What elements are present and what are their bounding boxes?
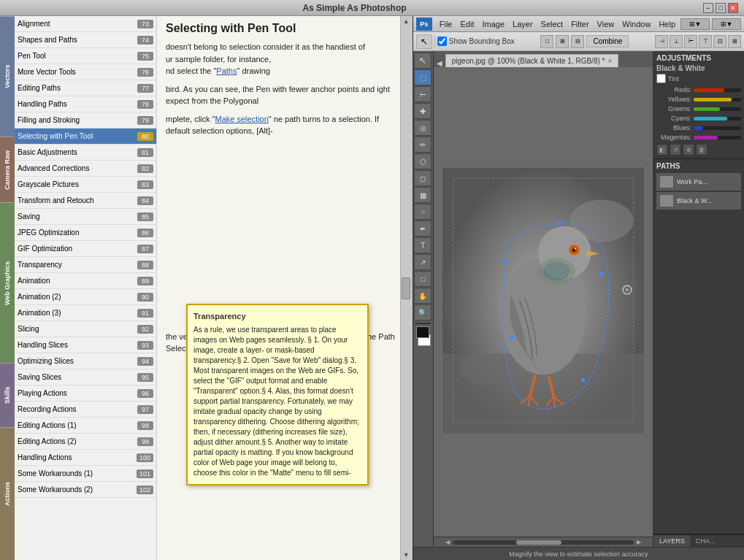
chapter-item[interactable]: JPEG Optimization86 <box>15 225 156 241</box>
chapter-item[interactable]: Advanced Corrections82 <box>15 161 156 177</box>
ps-path-ops-3[interactable]: ⊟ <box>571 35 584 48</box>
chapter-item[interactable]: Filling and Stroking79 <box>15 112 156 129</box>
align-btn-6[interactable]: ⊞ <box>728 35 741 48</box>
chapter-item[interactable]: Some Workarounds (2)102 <box>15 482 156 498</box>
chapter-item[interactable]: Optimizing Slices94 <box>15 353 156 369</box>
show-bounding-box-checkbox[interactable] <box>437 37 447 46</box>
align-btn-1[interactable]: ⊣ <box>655 35 668 48</box>
maximize-button[interactable]: □ <box>716 3 726 13</box>
chapter-item[interactable]: Transparency88 <box>15 257 156 273</box>
tool-measure[interactable]: ✚ <box>414 103 432 119</box>
adj-icon-3[interactable]: ⊕ <box>683 144 694 156</box>
ps-menu-edit[interactable]: Edit <box>456 18 478 30</box>
ps-tab-close[interactable]: × <box>607 57 612 65</box>
tool-fg-color[interactable] <box>416 326 429 338</box>
tool-stamp[interactable]: ⬡ <box>414 153 432 169</box>
chapter-item[interactable]: Editing Actions (1)98 <box>15 418 156 434</box>
combine-button[interactable]: Combine <box>586 35 629 47</box>
channels-tab[interactable]: CHA... <box>691 535 720 547</box>
scroll-down-arrow[interactable]: ▼ <box>403 551 410 559</box>
chapter-item[interactable]: Recording Actions97 <box>15 402 156 418</box>
align-btn-2[interactable]: ⊥ <box>670 35 683 48</box>
chapter-item[interactable]: Handling Actions100 <box>15 450 156 466</box>
tool-select[interactable]: ⬚ <box>414 69 432 85</box>
adj-icon-4[interactable]: 🗑 <box>696 144 707 156</box>
chapter-item[interactable]: Alignment73 <box>15 16 156 32</box>
tool-brush[interactable]: ✏ <box>414 137 432 153</box>
ps-menu-file[interactable]: File <box>436 18 456 30</box>
sidebar-category-web-graphics[interactable]: Web Graphics <box>0 202 15 363</box>
tool-hand[interactable]: ✋ <box>414 288 432 304</box>
hscroll-track[interactable] <box>453 540 634 545</box>
align-btn-5[interactable]: ⊡ <box>713 35 726 48</box>
chapter-item[interactable]: Grayscale Pictures83 <box>15 177 156 193</box>
adj-icon-1[interactable]: ◧ <box>656 144 668 156</box>
chapter-item[interactable]: Playing Actions96 <box>15 386 156 402</box>
canvas-hscrollbar[interactable]: ◀ ▶ <box>434 537 653 547</box>
chapter-item[interactable]: Editing Actions (2)99 <box>15 434 156 450</box>
content-scrollbar[interactable]: ▲ ▼ <box>400 16 412 560</box>
tool-path-select[interactable]: ↗ <box>414 254 432 270</box>
ps-menu-image[interactable]: Image <box>478 18 508 30</box>
ps-menu-layer[interactable]: Layer <box>509 18 537 30</box>
scroll-thumb[interactable] <box>402 277 410 299</box>
hscroll-right[interactable]: ▶ <box>637 539 641 545</box>
chapter-item[interactable]: Editing Paths77 <box>15 80 156 96</box>
minimize-button[interactable]: − <box>703 3 713 13</box>
ps-menu-window[interactable]: Window <box>618 18 654 30</box>
ps-menu-view[interactable]: View <box>594 18 618 30</box>
adj-channel-track[interactable] <box>694 126 741 130</box>
chapter-item[interactable]: GIF Optimization87 <box>15 241 156 257</box>
chapter-item[interactable]: Animation89 <box>15 273 156 289</box>
chapter-item[interactable]: Basic Adjustments81 <box>15 145 156 161</box>
ps-path-ops-2[interactable]: ⊞ <box>556 35 569 48</box>
ps-image-tab[interactable]: pigeon.jpg @ 100% (Black & White 1, RGB/… <box>445 54 619 67</box>
tool-eraser[interactable]: ◻ <box>414 170 432 186</box>
sidebar-category-skills[interactable]: Skills <box>0 363 15 427</box>
chapter-item[interactable]: Animation (2)90 <box>15 289 156 305</box>
tint-checkbox[interactable] <box>656 74 666 83</box>
ps-menu-help[interactable]: Help <box>655 18 679 30</box>
chapter-item[interactable]: Slicing92 <box>15 321 156 337</box>
align-btn-3[interactable]: ⊢ <box>684 35 697 48</box>
ps-path-ops-1[interactable]: □ <box>540 35 553 48</box>
paths-link[interactable]: Paths <box>216 66 237 75</box>
chapter-item[interactable]: Pen Tool75 <box>15 48 156 64</box>
adj-channel-track[interactable] <box>694 107 741 111</box>
close-button[interactable]: ✕ <box>728 3 738 13</box>
make-selection-link[interactable]: Make selection <box>215 115 268 123</box>
adj-channel-track[interactable] <box>694 117 741 120</box>
chapter-item[interactable]: Transform and Retouch84 <box>15 193 156 209</box>
tool-spot[interactable]: ◎ <box>414 120 432 136</box>
path-item[interactable]: Work Pa... <box>656 173 741 191</box>
ps-view-options[interactable]: ⊞▼ <box>680 18 710 30</box>
ps-menu-select[interactable]: Select <box>537 18 567 30</box>
tool-text[interactable]: T <box>414 237 432 253</box>
nav-left-arrow[interactable]: ◀ <box>437 59 442 67</box>
chapter-item[interactable]: Handling Paths78 <box>15 96 156 112</box>
chapter-item[interactable]: Saving Slices95 <box>15 369 156 386</box>
chapter-item[interactable]: Shapes and Paths74 <box>15 32 156 48</box>
adj-channel-track[interactable] <box>694 136 741 139</box>
ps-workspace-options[interactable]: ⊞▼ <box>712 18 741 30</box>
align-btn-4[interactable]: ⊤ <box>699 35 712 48</box>
sidebar-category-actions[interactable]: Actions <box>0 427 15 560</box>
chapter-item[interactable]: Handling Slices93 <box>15 337 156 353</box>
chapter-item[interactable]: Selecting with Pen Tool80 <box>15 129 156 145</box>
chapter-item[interactable]: Some Workarounds (1)101 <box>15 466 156 482</box>
ps-arrow-tool[interactable]: ↖ <box>416 34 432 49</box>
hscroll-left[interactable]: ◀ <box>445 539 450 545</box>
ps-canvas[interactable]: ◀ ▶ <box>434 67 653 547</box>
tool-pen[interactable]: ✒ <box>414 220 432 237</box>
adj-channel-track[interactable] <box>694 98 741 101</box>
ps-menu-filter[interactable]: Filter <box>567 18 592 30</box>
sidebar-category-camera-raw[interactable]: Camera Raw <box>0 137 15 202</box>
path-item[interactable]: Black & W... <box>656 192 741 210</box>
adj-icon-2[interactable]: ↺ <box>670 144 681 156</box>
tool-crop[interactable]: ⊢ <box>414 86 432 102</box>
layers-tab[interactable]: LAYERS <box>653 535 691 547</box>
content-scroll-area[interactable]: Selecting with Pen Tool doesn't belong t… <box>157 16 412 560</box>
tool-shape[interactable]: □ <box>414 271 432 287</box>
hscroll-thumb[interactable] <box>516 540 561 545</box>
tool-gradient[interactable]: ▦ <box>414 187 432 203</box>
